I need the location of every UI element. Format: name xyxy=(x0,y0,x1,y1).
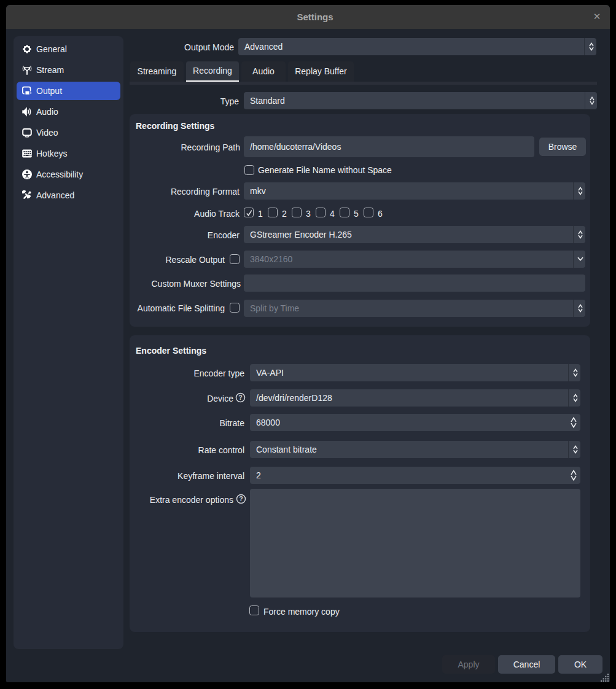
svg-text:?: ? xyxy=(239,495,243,502)
svg-text:?: ? xyxy=(238,394,242,401)
